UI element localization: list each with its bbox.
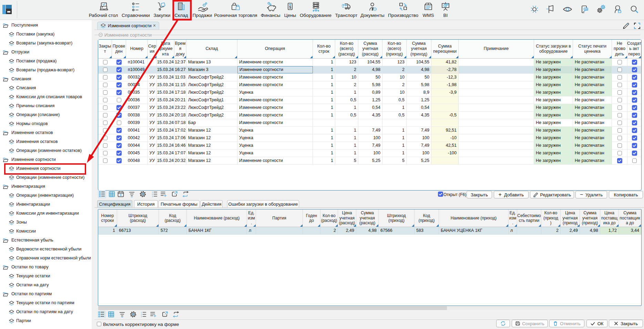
svg-text:$: $ — [289, 6, 291, 9]
svg-text:3: 3 — [152, 195, 153, 197]
svg-text:3: 3 — [141, 316, 142, 318]
